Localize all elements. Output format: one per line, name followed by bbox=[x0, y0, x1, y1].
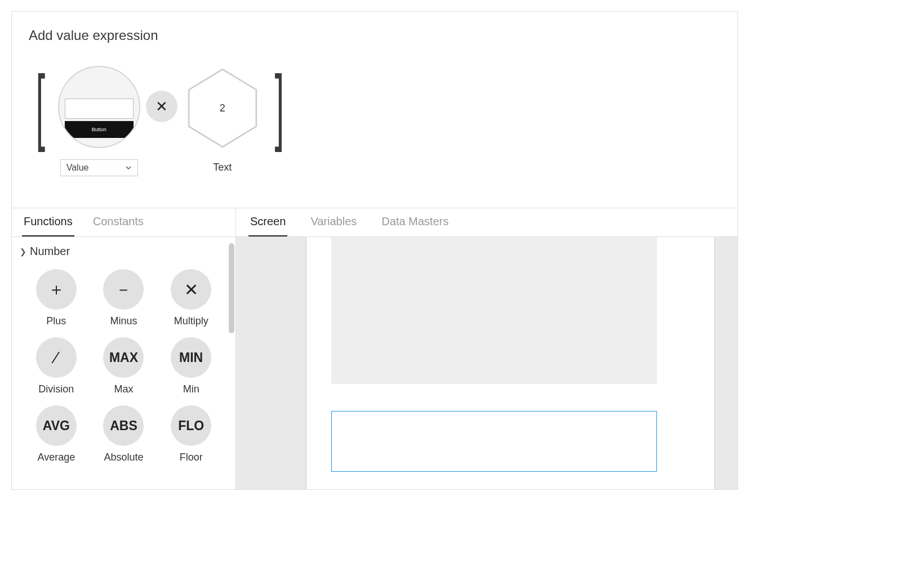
right-bracket-icon: ] bbox=[274, 66, 284, 145]
function-absolute[interactable]: ABS Absolute bbox=[92, 405, 156, 463]
section-title: Number bbox=[30, 245, 70, 258]
expression-top-section: Add value expression [ Button Value ✕ bbox=[12, 12, 738, 208]
min-icon: MIN bbox=[171, 337, 211, 378]
expression-row: [ Button Value ✕ bbox=[29, 66, 721, 176]
screen-canvas bbox=[306, 237, 715, 489]
function-floor[interactable]: FLO Floor bbox=[159, 405, 223, 463]
function-multiply[interactable]: ✕ Multiply bbox=[159, 269, 223, 327]
minus-icon: － bbox=[103, 269, 144, 310]
division-icon: ∕ bbox=[36, 337, 77, 378]
max-icon: MAX bbox=[103, 337, 144, 378]
expression-builder-panel: Add value expression [ Button Value ✕ bbox=[11, 11, 738, 490]
chevron-down-icon bbox=[125, 164, 132, 171]
abs-icon: ABS bbox=[103, 405, 144, 446]
preview-selected-input[interactable] bbox=[331, 411, 657, 472]
preview-pane: Screen Variables Data Masters bbox=[236, 208, 738, 489]
functions-pane: Functions Constants ❯ Number ＋ Plus － Mi… bbox=[12, 208, 236, 489]
function-average[interactable]: AVG Average bbox=[24, 405, 88, 463]
function-max[interactable]: MAX Max bbox=[92, 337, 156, 395]
flo-icon: FLO bbox=[171, 405, 211, 446]
bottom-section: Functions Constants ❯ Number ＋ Plus － Mi… bbox=[12, 208, 738, 489]
function-minus[interactable]: － Minus bbox=[92, 269, 156, 327]
multiply-icon: ✕ bbox=[171, 269, 211, 310]
element-preview-circle: Button bbox=[58, 66, 140, 148]
plus-icon: ＋ bbox=[36, 269, 77, 310]
tab-variables[interactable]: Variables bbox=[309, 215, 358, 236]
tab-screen[interactable]: Screen bbox=[248, 215, 287, 236]
screen-preview-area[interactable] bbox=[236, 237, 738, 489]
function-plus[interactable]: ＋ Plus bbox=[24, 269, 88, 327]
expression-constant-node[interactable]: 2 Text bbox=[183, 66, 262, 173]
multiply-icon: ✕ bbox=[156, 98, 168, 115]
left-tabs: Functions Constants bbox=[12, 208, 236, 237]
value-dropdown[interactable]: Value bbox=[60, 159, 138, 176]
chevron-right-icon: ❯ bbox=[20, 247, 26, 256]
section-header-number[interactable]: ❯ Number bbox=[12, 237, 236, 261]
constant-value-label: 2 bbox=[220, 102, 225, 114]
hexagon-constant: 2 bbox=[183, 66, 262, 150]
functions-grid: ＋ Plus － Minus ✕ Multiply ∕ Division MAX bbox=[12, 261, 236, 463]
operator-chip[interactable]: ✕ bbox=[146, 91, 177, 122]
function-min[interactable]: MIN Min bbox=[159, 337, 223, 395]
element-preview-button-label: Button bbox=[65, 121, 134, 138]
page-title: Add value expression bbox=[29, 28, 721, 43]
tab-data-masters[interactable]: Data Masters bbox=[380, 215, 450, 236]
right-tabs: Screen Variables Data Masters bbox=[236, 208, 738, 237]
tab-functions[interactable]: Functions bbox=[22, 215, 74, 236]
tab-constants[interactable]: Constants bbox=[91, 215, 145, 236]
dropdown-selected-label: Value bbox=[66, 163, 89, 173]
expression-element-node[interactable]: Button Value bbox=[58, 66, 140, 176]
avg-icon: AVG bbox=[36, 405, 77, 446]
function-division[interactable]: ∕ Division bbox=[24, 337, 88, 395]
scrollbar-thumb[interactable] bbox=[229, 243, 234, 333]
left-bracket-icon: [ bbox=[36, 66, 46, 145]
preview-grey-block[interactable] bbox=[331, 237, 657, 384]
constant-caption: Text bbox=[213, 162, 232, 173]
